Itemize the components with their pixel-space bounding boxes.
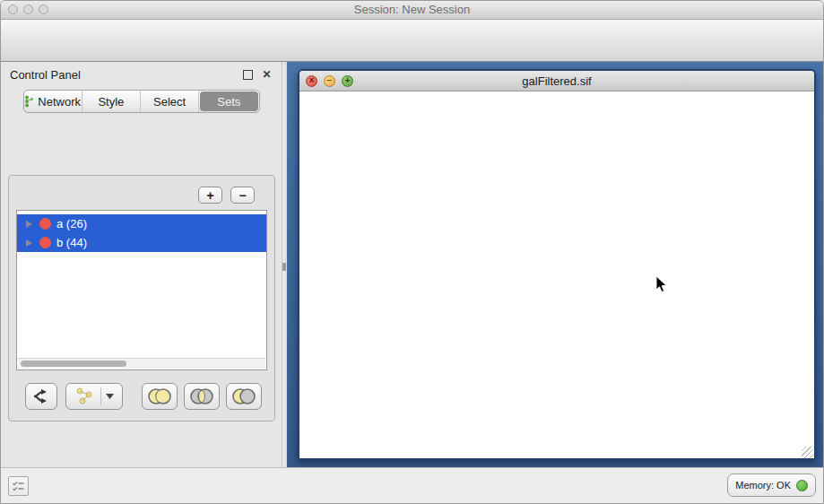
difference-sets-button[interactable] — [226, 383, 262, 410]
memory-status-label: Memory: OK — [735, 480, 791, 491]
close-panel-icon[interactable]: ✕ — [261, 69, 273, 81]
create-set-from-network-button[interactable] — [65, 383, 123, 410]
network-desktop: × − + galFiltered.sif — [287, 62, 823, 468]
control-panel-tabbar: Network Style Select Sets — [23, 90, 260, 113]
set-row-a[interactable]: a (26) — [17, 214, 266, 233]
main-toolbar — [1, 20, 823, 62]
network-view-title: galFiltered.sif — [299, 74, 814, 88]
expand-arrow-icon[interactable] — [26, 221, 32, 228]
yellow-network-icon — [74, 387, 96, 405]
float-panel-icon[interactable] — [242, 69, 254, 81]
app-window: Session: New Session Control Panel ✕ Net… — [0, 0, 824, 504]
macos-titlebar: Session: New Session — [1, 1, 823, 20]
add-set-button[interactable]: + — [198, 187, 222, 204]
split-set-button[interactable] — [25, 383, 57, 410]
network-tree-icon — [24, 95, 34, 108]
scrollbar-thumb[interactable] — [21, 361, 126, 367]
venn-union-icon — [147, 387, 172, 405]
set-color-dot-icon — [39, 237, 51, 248]
task-checklist-icon — [12, 480, 25, 492]
sets-horizontal-scrollbar[interactable] — [18, 358, 265, 369]
tab-select[interactable]: Select — [141, 91, 199, 112]
tab-sets[interactable]: Sets — [200, 91, 257, 111]
split-arrow-icon — [32, 388, 50, 404]
dropdown-arrow-icon — [106, 394, 114, 399]
expand-arrow-icon[interactable] — [26, 239, 32, 247]
window-resize-grip[interactable] — [802, 447, 813, 458]
tab-style[interactable]: Style — [82, 91, 141, 112]
status-bar: Memory: OK — [1, 467, 823, 503]
union-sets-button[interactable] — [142, 383, 178, 410]
network-view-window[interactable]: × − + galFiltered.sif — [298, 69, 816, 460]
task-history-button[interactable] — [8, 476, 29, 496]
tab-network[interactable]: Network — [24, 91, 82, 112]
remove-set-button[interactable]: − — [230, 187, 255, 204]
control-panel-title: Control Panel — [10, 68, 235, 82]
splitter-grip[interactable] — [282, 263, 286, 271]
memory-ok-indicator-icon — [796, 480, 808, 491]
venn-difference-icon — [231, 387, 256, 405]
sets-list[interactable]: a (26) b (44) — [16, 210, 267, 370]
control-panel: Control Panel ✕ Network Style Select Set… — [1, 62, 282, 468]
venn-intersection-icon — [189, 387, 214, 405]
set-row-b[interactable]: b (44) — [17, 233, 266, 252]
sets-groupbox: + − a (26) b (44) — [8, 175, 275, 421]
network-window-titlebar[interactable]: × − + galFiltered.sif — [299, 71, 814, 91]
control-panel-header: Control Panel ✕ — [1, 62, 282, 87]
intersect-sets-button[interactable] — [184, 383, 220, 410]
memory-status-badge[interactable]: Memory: OK — [727, 474, 816, 497]
network-graph — [299, 91, 814, 459]
set-color-dot-icon — [39, 218, 51, 230]
window-title: Session: New Session — [1, 3, 823, 16]
network-canvas[interactable] — [299, 91, 814, 459]
